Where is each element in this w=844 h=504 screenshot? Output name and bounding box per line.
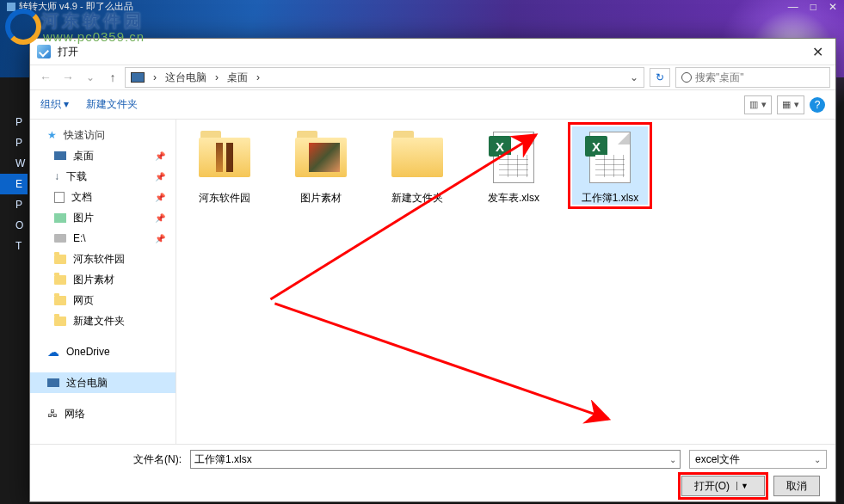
nav-bar: ← → ⌄ ↑ › 这台电脑 › 桌面 › ⌄ ↻ 搜索"桌面" — [30, 65, 835, 90]
sidebar-item-folder[interactable]: 河东软件园 — [30, 249, 176, 269]
file-label: 发车表.xlsx — [488, 192, 539, 205]
folder-icon — [54, 275, 66, 285]
cancel-button[interactable]: 取消 — [773, 476, 820, 496]
nav-up-button[interactable]: ↑ — [102, 67, 123, 88]
view-mode-button[interactable]: ▥ ▾ — [744, 95, 772, 114]
file-item-xlsx[interactable]: X 发车表.xlsx — [476, 126, 551, 205]
file-area[interactable]: 河东软件园 图片素材 新建文件夹 X 发车表.xlsx X 工作簿1.xlsx — [176, 120, 835, 444]
preview-pane-button[interactable]: ▦ ▾ — [777, 95, 804, 114]
maximize-button[interactable]: □ — [810, 1, 816, 13]
file-label: 新建文件夹 — [391, 192, 443, 205]
file-item-folder[interactable]: 图片素材 — [283, 126, 359, 205]
sidebar-item-documents[interactable]: 文档📌 — [30, 187, 176, 207]
file-item-folder[interactable]: 新建文件夹 — [379, 126, 455, 205]
document-icon — [54, 192, 65, 203]
background-tabs: P P W E P O T — [0, 112, 28, 256]
chevron-down-icon[interactable]: ⌄ — [669, 455, 676, 464]
folder-icon — [199, 138, 250, 177]
monitor-icon — [54, 151, 66, 160]
sidebar-item-folder[interactable]: 网页 — [30, 290, 176, 310]
sidebar-item-pictures[interactable]: 图片📌 — [30, 207, 176, 228]
watermark-url: www.pc0359.cn — [43, 29, 145, 44]
download-icon: ↓ — [54, 170, 59, 182]
dialog-close-button[interactable]: ✕ — [807, 44, 829, 60]
sidebar-this-pc[interactable]: 这台电脑 — [30, 372, 176, 393]
pictures-icon — [54, 213, 66, 223]
sidebar-network[interactable]: 🖧网络 — [30, 403, 176, 424]
chevron-down-icon[interactable]: ⌄ — [814, 455, 821, 464]
xlsx-icon: X — [493, 132, 534, 183]
pin-icon: 📌 — [155, 213, 165, 223]
path-root[interactable]: 这台电脑 — [162, 71, 210, 85]
path-sep: › — [150, 71, 160, 83]
sidebar: ★快速访问 桌面📌 ↓下载📌 文档📌 图片📌 E:\📌 河东软件园 图片素材 网… — [30, 120, 176, 444]
nav-chevron-icon[interactable]: ⌄ — [80, 67, 101, 88]
star-icon: ★ — [47, 129, 57, 141]
folder-icon — [54, 296, 66, 305]
thispc-icon — [131, 72, 145, 83]
folder-icon — [391, 138, 443, 177]
sidebar-onedrive[interactable]: ☁OneDrive — [30, 341, 176, 362]
sidebar-item-drive-e[interactable]: E:\📌 — [30, 228, 176, 249]
organize-menu[interactable]: 组织 ▾ — [40, 97, 69, 112]
file-item-xlsx-selected[interactable]: X 工作簿1.xlsx — [572, 126, 648, 205]
nav-back-button[interactable]: ← — [35, 67, 56, 88]
refresh-button[interactable]: ↻ — [650, 68, 670, 87]
dialog-title: 打开 — [58, 45, 78, 59]
help-button[interactable]: ? — [810, 97, 825, 113]
xlsx-icon: X — [589, 132, 631, 183]
minimize-button[interactable]: — — [788, 1, 798, 13]
cloud-icon: ☁ — [47, 345, 59, 359]
path-dropdown-icon[interactable]: ⌄ — [630, 71, 638, 83]
filename-input[interactable]: 工作簿1.xlsx ⌄ — [190, 450, 681, 469]
folder-icon — [54, 255, 66, 264]
sidebar-item-folder[interactable]: 图片素材 — [30, 269, 176, 290]
new-folder-button[interactable]: 新建文件夹 — [86, 97, 138, 112]
path-sep: › — [212, 71, 222, 83]
file-label: 图片素材 — [300, 192, 342, 205]
watermark-logo-icon — [5, 9, 41, 45]
dialog-footer: 文件名(N): 工作簿1.xlsx ⌄ excel文件 ⌄ 打开(O) ▼ 取消 — [30, 444, 835, 501]
path-seg[interactable]: 桌面 — [224, 71, 251, 85]
folder-icon — [54, 317, 66, 326]
close-button[interactable]: ✕ — [829, 1, 837, 13]
open-dialog: 打开 ✕ ← → ⌄ ↑ › 这台电脑 › 桌面 › ⌄ ↻ 搜索"桌面" 组织… — [29, 38, 836, 502]
pin-icon: 📌 — [155, 172, 165, 181]
pin-icon: 📌 — [155, 193, 165, 202]
dialog-icon — [37, 45, 51, 58]
file-type-select[interactable]: excel文件 ⌄ — [689, 450, 827, 469]
pin-icon: 📌 — [155, 151, 165, 161]
address-bar[interactable]: › 这台电脑 › 桌面 › ⌄ — [125, 67, 644, 88]
filename-label: 文件名(N): — [133, 452, 182, 467]
watermark: 河东软件园 www.pc0359.cn — [5, 9, 145, 45]
monitor-icon — [47, 378, 59, 387]
file-label: 河东软件园 — [199, 192, 250, 205]
sidebar-item-desktop[interactable]: 桌面📌 — [30, 145, 176, 166]
svg-line-1 — [274, 304, 608, 419]
nav-forward-button[interactable]: → — [58, 67, 78, 88]
open-button[interactable]: 打开(O) ▼ — [681, 476, 765, 496]
sidebar-quick-access[interactable]: ★快速访问 — [30, 125, 176, 145]
file-item-folder[interactable]: 河东软件园 — [187, 126, 262, 205]
folder-icon — [295, 138, 347, 177]
search-input[interactable]: 搜索"桌面" — [675, 67, 830, 88]
network-icon: 🖧 — [47, 408, 58, 420]
drive-icon — [54, 234, 66, 243]
toolbar: 组织 ▾ 新建文件夹 ▥ ▾ ▦ ▾ ? — [30, 90, 835, 120]
split-dropdown-icon[interactable]: ▼ — [736, 482, 752, 490]
file-label: 工作簿1.xlsx — [582, 192, 639, 205]
sidebar-item-downloads[interactable]: ↓下载📌 — [30, 166, 176, 187]
path-sep: › — [253, 71, 263, 83]
pin-icon: 📌 — [155, 234, 165, 243]
sidebar-item-folder[interactable]: 新建文件夹 — [30, 310, 176, 331]
